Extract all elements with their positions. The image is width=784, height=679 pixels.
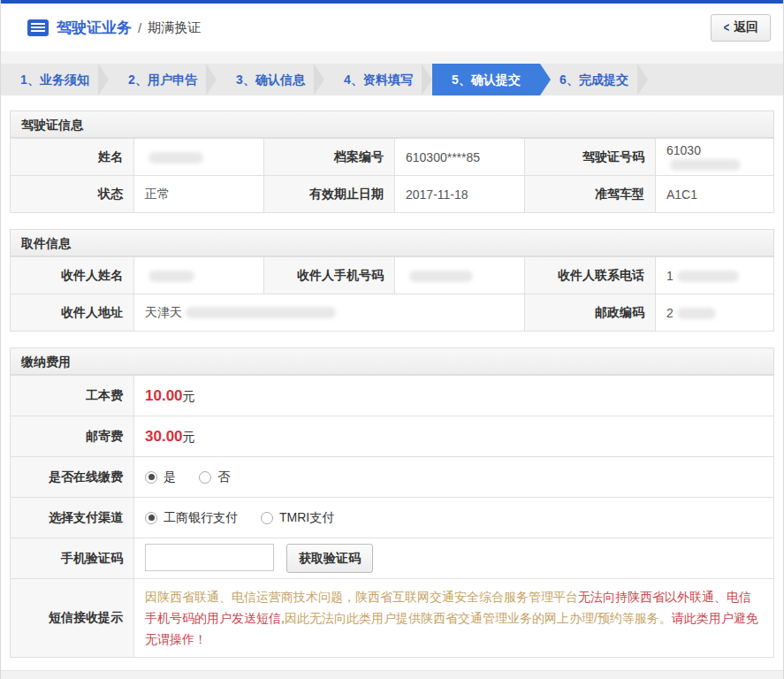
pickup-info-table: 收件人姓名 收件人手机号码 收件人联系电话 1 收件人地址 天津天 邮政编码 2 xyxy=(10,256,774,332)
work-fee-label: 工本费 xyxy=(11,376,134,416)
redacted-name xyxy=(148,152,203,164)
radio-checked-icon xyxy=(145,512,157,524)
step-tab-5-confirm-submit[interactable]: 5、确认提交 xyxy=(432,64,540,95)
sms-tip-text: 因陕西省联通、电信运营商技术问题，陕西省互联网交通安全综合服务管理平台无法向持陕… xyxy=(134,579,774,658)
recipient-mobile-label: 收件人手机号码 xyxy=(264,257,395,294)
name-label: 姓名 xyxy=(11,139,134,176)
recipient-name-label: 收件人姓名 xyxy=(11,257,134,294)
payment-table: 工本费 10.00元 邮寄费 30.00元 是否在线缴费 是 xyxy=(10,375,774,658)
class-value: A1C1 xyxy=(656,176,774,213)
page-title: 驾驶证业务 xyxy=(57,18,132,38)
redacted-address xyxy=(186,307,336,318)
breadcrumb-current: 期满换证 xyxy=(148,19,201,36)
channel-options: 工商银行支付 TMRI支付 xyxy=(134,498,774,538)
sms-tip-part3: 因此无法向此类用户提供陕西省交通管理业务的网上办理/预约等服务。 xyxy=(285,611,672,625)
page-bottom-strip xyxy=(1,670,783,679)
channel-tmri-label: TMRI支付 xyxy=(279,510,334,526)
back-button-label: 返回 xyxy=(734,19,758,35)
postcode-label: 邮政编码 xyxy=(525,294,656,332)
currency-unit: 元 xyxy=(183,430,195,444)
postcode-value: 2 xyxy=(656,294,774,332)
table-row: 收件人姓名 收件人手机号码 收件人联系电话 1 xyxy=(11,257,774,294)
step-tab-2-declaration[interactable]: 2、用户申告 xyxy=(109,64,217,95)
redacted-license-no xyxy=(670,159,741,171)
payment-section-title: 缴纳费用 xyxy=(10,347,774,375)
radio-checked-icon xyxy=(145,471,157,484)
step-tab-4-fill-data[interactable]: 4、资料填写 xyxy=(324,64,432,95)
radio-online-no[interactable]: 否 xyxy=(199,469,230,485)
license-no-label: 驾驶证号码 xyxy=(525,139,656,176)
breadcrumb-separator: / xyxy=(138,20,141,35)
get-code-button[interactable]: 获取验证码 xyxy=(286,544,373,573)
license-no-value: 61030 xyxy=(656,139,774,176)
radio-yes-label: 是 xyxy=(164,469,176,485)
sms-code-input[interactable] xyxy=(145,544,274,571)
table-row: 工本费 10.00元 xyxy=(11,376,774,416)
address-value: 天津天 xyxy=(134,294,525,332)
license-section-title: 驾驶证信息 xyxy=(10,111,774,138)
file-no-value: 610300****85 xyxy=(395,139,525,176)
class-label: 准驾车型 xyxy=(525,176,656,213)
expiry-label: 有效期止日期 xyxy=(264,176,395,213)
step-tab-6-complete[interactable]: 6、完成提交 xyxy=(540,64,648,95)
currency-unit: 元 xyxy=(183,389,195,403)
radio-unchecked-icon xyxy=(261,512,273,524)
chevron-left-icon: < xyxy=(724,20,730,34)
table-row: 邮寄费 30.00元 xyxy=(11,416,774,457)
main-content: 驾驶证信息 姓名 档案编号 610300****85 驾驶证号码 61030 状… xyxy=(1,95,783,679)
table-row: 选择支付渠道 工商银行支付 TMRI支付 xyxy=(11,498,774,538)
table-row: 收件人地址 天津天 邮政编码 2 xyxy=(11,294,774,332)
page-header: 驾驶证业务 / 期满换证 < 返回 xyxy=(1,4,783,51)
table-row: 状态 正常 有效期止日期 2017-11-18 准驾车型 A1C1 xyxy=(11,176,774,213)
redacted-recipient-name xyxy=(148,271,194,282)
mail-fee-amount: 30.00 xyxy=(145,428,183,445)
payment-section: 缴纳费用 工本费 10.00元 邮寄费 30.00元 是否在线缴费 xyxy=(10,347,774,658)
recipient-name-value xyxy=(134,257,264,294)
step-tab-3-confirm-info[interactable]: 3、确认信息 xyxy=(217,64,324,95)
radio-no-label: 否 xyxy=(217,469,230,485)
license-info-table: 姓名 档案编号 610300****85 驾驶证号码 61030 状态 正常 有… xyxy=(10,138,774,213)
file-no-label: 档案编号 xyxy=(264,139,395,176)
status-value: 正常 xyxy=(134,176,264,213)
redacted-recipient-mobile xyxy=(409,271,473,282)
recipient-phone-value: 1 xyxy=(656,257,774,294)
license-info-section: 驾驶证信息 姓名 档案编号 610300****85 驾驶证号码 61030 状… xyxy=(10,111,774,213)
sms-tip-part1: 因陕西省联通、电信运营商技术问题，陕西省互联网交通安全综合服务管理平台 xyxy=(145,590,578,604)
mail-fee-label: 邮寄费 xyxy=(11,416,134,457)
header-separator xyxy=(1,51,783,64)
redacted-recipient-phone xyxy=(677,271,739,282)
name-value xyxy=(134,139,264,176)
work-fee-amount: 10.00 xyxy=(145,387,183,404)
expiry-value: 2017-11-18 xyxy=(395,176,525,213)
online-pay-label: 是否在线缴费 xyxy=(11,457,134,498)
table-row: 姓名 档案编号 610300****85 驾驶证号码 61030 xyxy=(11,139,774,176)
radio-online-yes[interactable]: 是 xyxy=(145,469,176,485)
work-fee-value: 10.00元 xyxy=(134,376,774,416)
sms-code-row: 获取验证码 xyxy=(134,538,774,579)
redacted-postcode xyxy=(677,308,716,319)
sms-tip-label: 短信接收提示 xyxy=(11,579,134,658)
address-label: 收件人地址 xyxy=(11,294,134,332)
recipient-phone-label: 收件人联系电话 xyxy=(525,257,656,294)
pickup-info-section: 取件信息 收件人姓名 收件人手机号码 收件人联系电话 1 收件人地址 天津天 邮… xyxy=(10,229,774,332)
table-row: 手机验证码 获取验证码 xyxy=(11,538,774,579)
recipient-mobile-value xyxy=(395,257,525,294)
radio-channel-icbc[interactable]: 工商银行支付 xyxy=(145,510,238,526)
channel-label: 选择支付渠道 xyxy=(11,498,134,538)
pickup-section-title: 取件信息 xyxy=(10,229,774,256)
radio-unchecked-icon xyxy=(199,471,211,484)
radio-channel-tmri[interactable]: TMRI支付 xyxy=(261,510,334,526)
online-pay-options: 是 否 xyxy=(134,457,774,498)
table-row: 短信接收提示 因陕西省联通、电信运营商技术问题，陕西省互联网交通安全综合服务管理… xyxy=(11,579,774,658)
table-row: 是否在线缴费 是 否 xyxy=(11,457,774,498)
mail-fee-value: 30.00元 xyxy=(134,416,774,457)
status-label: 状态 xyxy=(11,176,134,213)
step-progress-bar: 1、业务须知 2、用户申告 3、确认信息 4、资料填写 5、确认提交 6、完成提… xyxy=(1,64,783,95)
list-icon xyxy=(27,19,49,36)
channel-icbc-label: 工商银行支付 xyxy=(164,510,238,526)
step-tab-1-notice[interactable]: 1、业务须知 xyxy=(1,64,109,95)
sms-code-label: 手机验证码 xyxy=(11,538,134,579)
back-button[interactable]: < 返回 xyxy=(711,14,771,42)
